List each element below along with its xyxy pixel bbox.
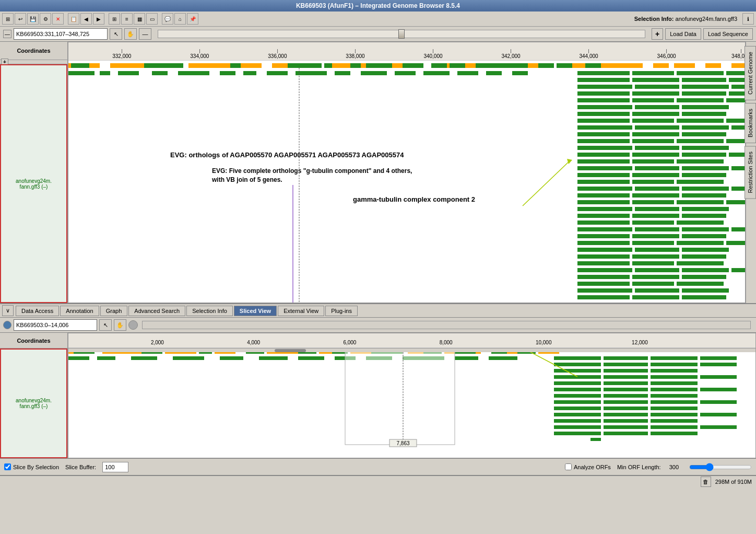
bottom-nav: ↖ ✋ <box>0 318 756 333</box>
tab-plug-ins[interactable]: Plug-ins <box>325 306 358 316</box>
select-tool-btn[interactable]: ↖ <box>110 28 122 40</box>
svg-rect-121 <box>726 200 745 204</box>
toolbar: ⊞ ↩ 💾 ⚙ ✕ 📋 ◀ ▶ ⊞ ≡ ▦ ▭ 💬 ⌂ 📌 Selection … <box>0 11 756 27</box>
toolbar-rect-btn[interactable]: ▭ <box>146 13 158 25</box>
gamma-label: gamma-tubulin complex component 2 <box>353 195 475 203</box>
svg-rect-246 <box>554 419 601 423</box>
tab-graph[interactable]: Graph <box>100 306 128 316</box>
bottom-scrollbar-thumb[interactable] <box>275 349 306 352</box>
pan-tool-btn[interactable]: ✋ <box>124 28 137 40</box>
toolbar-open-btn[interactable]: ↩ <box>15 13 26 25</box>
toolbar-fwd-btn[interactable]: ▶ <box>93 13 104 25</box>
toolbar-new-btn[interactable]: ⊞ <box>2 13 14 25</box>
svg-rect-201 <box>220 356 243 360</box>
bottom-gene-track-svg: 7,863 <box>68 348 755 458</box>
genome-view[interactable]: 332,000 334,000 336,000 338,000 340,000 … <box>68 42 746 303</box>
toolbar-table-btn[interactable]: ▦ <box>134 13 145 25</box>
toolbar-back-btn[interactable]: ◀ <box>80 13 92 25</box>
svg-rect-85 <box>632 132 679 136</box>
svg-rect-211 <box>604 356 648 360</box>
toolbar-list-btn[interactable]: ≡ <box>121 13 133 25</box>
toolbar-species-btn[interactable]: 📋 <box>68 13 79 25</box>
nav-slider[interactable] <box>158 30 645 38</box>
nav-minimize-btn[interactable]: — <box>3 30 11 38</box>
svg-rect-93 <box>682 146 729 150</box>
load-sequence-btn[interactable]: Load Sequence <box>703 28 753 40</box>
svg-rect-235 <box>554 400 601 404</box>
svg-rect-132 <box>635 227 679 231</box>
bottom-pan-btn[interactable]: ✋ <box>114 319 126 331</box>
svg-rect-28 <box>476 63 491 68</box>
load-data-btn[interactable]: Load Data <box>665 28 701 40</box>
toolbar-save-btn[interactable]: 💾 <box>27 13 39 25</box>
vtab-bookmarks[interactable]: Bookmarks <box>745 103 756 143</box>
svg-rect-157 <box>682 275 726 279</box>
svg-rect-57 <box>729 78 745 82</box>
slice-by-selection-checkbox[interactable] <box>4 463 11 470</box>
bottom-ruler: 2,000 4,000 6,000 8,000 10,000 12,000 <box>68 333 755 348</box>
coordinate-input[interactable]: KB669503:331,107–348,725 <box>14 28 108 40</box>
svg-rect-248 <box>651 419 698 423</box>
toolbar-chat-btn[interactable]: 💬 <box>162 13 173 25</box>
bottom-slider[interactable] <box>142 321 751 329</box>
svg-rect-134 <box>731 227 745 231</box>
tab-sliced-view[interactable]: Sliced View <box>234 306 277 316</box>
svg-rect-140 <box>677 241 724 245</box>
vtab-restriction-sites[interactable]: Restriction Sites <box>745 146 756 199</box>
bottom-circle-btn[interactable] <box>3 321 11 329</box>
svg-rect-52 <box>677 71 724 75</box>
zoom-plus-btn[interactable]: + <box>652 28 663 40</box>
svg-rect-128 <box>577 220 630 225</box>
analyze-orfs-checkbox[interactable] <box>565 463 572 470</box>
tracks-container[interactable]: EVG: orthologs of AGAP005570 AGAP005571 … <box>68 61 745 303</box>
bottom-ruler-tick-8000: 8,000 <box>440 340 453 345</box>
vtab-current-genome[interactable]: Current Genome <box>745 46 756 100</box>
bottom-genome-view[interactable]: 2,000 4,000 6,000 8,000 10,000 12,000 <box>68 333 756 458</box>
svg-rect-94 <box>577 153 630 157</box>
svg-rect-131 <box>577 227 632 231</box>
tab-data-access[interactable]: Data Access <box>16 306 59 316</box>
svg-rect-137 <box>682 234 726 238</box>
svg-rect-253 <box>554 432 601 435</box>
toolbar-home-btn[interactable]: ⌂ <box>174 13 186 25</box>
bottom-coordinate-input[interactable] <box>14 319 97 331</box>
svg-rect-95 <box>632 153 679 157</box>
nav-slider-thumb[interactable] <box>398 29 405 39</box>
genome-ruler: 332,000 334,000 336,000 338,000 340,000 … <box>68 42 745 61</box>
toolbar-pin-btn[interactable]: 📌 <box>187 13 198 25</box>
info-btn[interactable]: ℹ <box>742 13 754 25</box>
tab-external-view[interactable]: External View <box>278 306 324 316</box>
tabs-dropdown-btn[interactable]: ∨ <box>2 305 14 316</box>
slice-buffer-input[interactable] <box>102 462 128 472</box>
svg-rect-231 <box>700 388 737 391</box>
toolbar-grid-btn[interactable]: ⊞ <box>109 13 120 25</box>
zoom-minus-btn[interactable]: — <box>139 28 151 40</box>
toolbar-prefs-btn[interactable]: ⚙ <box>40 13 51 25</box>
bottom-scrollbar[interactable] <box>68 348 755 352</box>
evg2-label-2: with VB join of 5 genes. <box>211 176 282 183</box>
svg-rect-86 <box>682 132 726 136</box>
min-orf-slider[interactable] <box>689 463 752 471</box>
selection-info-label: Selection Info: anofunevg24m.fann.gff3 <box>634 16 737 22</box>
svg-rect-234 <box>651 394 698 398</box>
tab-selection-info[interactable]: Selection Info <box>186 306 233 316</box>
slice-by-selection-label: Slice By Selection <box>4 463 59 470</box>
svg-rect-230 <box>651 388 698 391</box>
svg-rect-135 <box>577 234 630 238</box>
svg-line-169 <box>523 161 570 206</box>
svg-rect-237 <box>651 400 698 404</box>
toolbar-close-btn[interactable]: ✕ <box>52 13 64 25</box>
trash-icon[interactable]: 🗑 <box>701 477 711 487</box>
bottom-select-btn[interactable]: ↖ <box>99 319 112 331</box>
svg-rect-91 <box>577 146 632 150</box>
svg-rect-107 <box>682 173 726 177</box>
svg-rect-41 <box>267 71 288 75</box>
bottom-track1-label: anofunevg24m. fann.gff3 (–) <box>0 349 67 458</box>
ruler-tick-346: 346,000 <box>657 49 676 59</box>
svg-rect-154 <box>731 268 745 272</box>
tab-advanced-search[interactable]: Advanced Search <box>128 306 185 316</box>
tab-annotation[interactable]: Annotation <box>60 306 99 316</box>
svg-rect-119 <box>632 200 674 204</box>
svg-rect-228 <box>554 388 601 391</box>
svg-rect-244 <box>651 413 698 416</box>
